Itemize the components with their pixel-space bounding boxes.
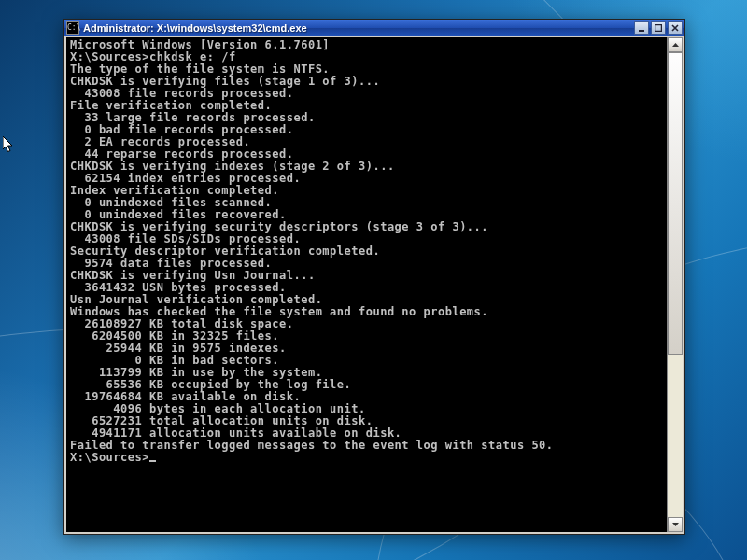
vertical-scrollbar[interactable] bbox=[667, 37, 683, 532]
close-button[interactable] bbox=[668, 21, 683, 35]
text-cursor bbox=[149, 460, 156, 462]
cmd-icon: C:\ bbox=[66, 21, 79, 35]
scrollbar-track[interactable] bbox=[668, 52, 683, 517]
cmd-window: C:\ Administrator: X:\windows\system32\c… bbox=[63, 19, 685, 535]
scrollbar-thumb[interactable] bbox=[668, 52, 683, 355]
scroll-up-button[interactable] bbox=[668, 37, 683, 52]
desktop-background: C:\ Administrator: X:\windows\system32\c… bbox=[0, 0, 747, 560]
svg-rect-1 bbox=[655, 25, 662, 32]
scroll-down-button[interactable] bbox=[668, 517, 683, 532]
titlebar[interactable]: C:\ Administrator: X:\windows\system32\c… bbox=[64, 20, 684, 36]
maximize-button[interactable] bbox=[651, 21, 666, 35]
terminal-line: Failed to transfer logged messages to th… bbox=[70, 440, 667, 452]
window-controls bbox=[634, 21, 683, 35]
terminal-output[interactable]: Microsoft Windows [Version 6.1.7601]X:\S… bbox=[66, 37, 667, 532]
window-client-area: Microsoft Windows [Version 6.1.7601]X:\S… bbox=[64, 36, 684, 534]
svg-rect-0 bbox=[639, 30, 644, 32]
terminal-prompt[interactable]: X:\Sources> bbox=[70, 452, 667, 464]
window-title: Administrator: X:\windows\system32\cmd.e… bbox=[83, 22, 634, 34]
minimize-button[interactable] bbox=[634, 21, 649, 35]
